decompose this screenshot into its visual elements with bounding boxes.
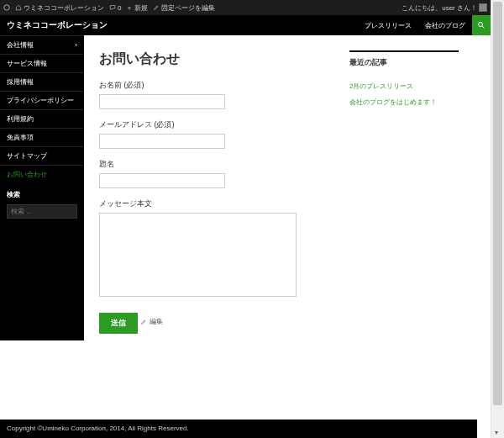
- recent-post-item: 会社のブログをはじめます！: [349, 94, 459, 110]
- sidebar-menu: 会社情報 サービス情報 採用情報 プライバシーポリシー 利用規約 免責事項 サイ…: [0, 35, 84, 183]
- top-nav: プレスリリース 会社のブログ: [358, 15, 491, 35]
- sidebar-search-title: 検索: [0, 183, 84, 203]
- adminbar-comments[interactable]: 0: [109, 4, 121, 12]
- wp-logo[interactable]: [3, 4, 10, 11]
- subject-input[interactable]: [99, 173, 225, 188]
- adminbar-edit-page[interactable]: 固定ページを編集: [153, 3, 215, 13]
- recent-post-link[interactable]: 会社のブログをはじめます！: [349, 98, 437, 106]
- aside-recent: 最近の記事 2月のプレスリリース 会社のブログをはじめます！: [349, 50, 459, 334]
- adminbar-site-name: ウミネココーポレーション: [24, 3, 104, 13]
- message-textarea[interactable]: [99, 213, 297, 297]
- sidebar-search-input[interactable]: [7, 204, 77, 219]
- wp-admin-bar: ウミネココーポレーション 0 ＋ 新規 固定ページを編集 こんにちは、user …: [0, 0, 491, 15]
- recent-posts-list: 2月のプレスリリース 会社のブログをはじめます！: [349, 78, 459, 110]
- submit-button[interactable]: 送信: [99, 313, 138, 334]
- recent-post-item: 2月のプレスリリース: [349, 78, 459, 94]
- vertical-scrollbar[interactable]: ▾: [491, 0, 504, 438]
- header-search-button[interactable]: [472, 15, 491, 35]
- page-title: お問い合わせ: [99, 50, 334, 68]
- main-content: お問い合わせ お名前 (必須) メールアドレス (必須) 題名 メッセ: [99, 50, 334, 334]
- message-label: メッセージ本文: [99, 198, 334, 209]
- pencil-icon: [140, 319, 147, 325]
- sidebar-item-company-info[interactable]: 会社情報: [0, 35, 84, 54]
- sidebar-item-contact[interactable]: お問い合わせ: [0, 165, 84, 183]
- recent-posts-title: 最近の記事: [349, 50, 459, 71]
- nav-press-release[interactable]: プレスリリース: [358, 21, 418, 30]
- subject-label: 題名: [99, 159, 334, 170]
- adminbar-user-greeting[interactable]: こんにちは、user さん！: [402, 3, 487, 13]
- scrollbar-thumb[interactable]: [493, 2, 502, 405]
- scroll-down-icon: ▾: [495, 429, 498, 436]
- email-label: メールアドレス (必須): [99, 119, 334, 130]
- footer-copyright: Copyright ©Umineko Corporation, 2014, Al…: [7, 425, 189, 432]
- svg-line-2: [482, 26, 485, 29]
- adminbar-site-home[interactable]: ウミネココーポレーション: [15, 3, 104, 13]
- sidebar-item-service-info[interactable]: サービス情報: [0, 54, 84, 72]
- site-footer: Copyright ©Umineko Corporation, 2014, Al…: [0, 420, 477, 438]
- svg-point-1: [479, 23, 483, 27]
- recent-post-link[interactable]: 2月のプレスリリース: [349, 82, 413, 90]
- site-header: ウミネココーポレーション プレスリリース 会社のブログ: [0, 15, 491, 35]
- adminbar-new[interactable]: ＋ 新規: [126, 3, 148, 13]
- sidebar-item-recruit[interactable]: 採用情報: [0, 72, 84, 91]
- site-title[interactable]: ウミネココーポレーション: [7, 19, 108, 31]
- plus-icon: ＋: [126, 3, 133, 13]
- edit-page-link[interactable]: 編集: [140, 317, 163, 326]
- sidebar-item-terms[interactable]: 利用規約: [0, 109, 84, 128]
- search-icon: [477, 21, 486, 29]
- email-input[interactable]: [99, 134, 225, 149]
- nav-company-blog[interactable]: 会社のブログ: [418, 21, 472, 30]
- sidebar-item-privacy[interactable]: プライバシーポリシー: [0, 91, 84, 109]
- sidebar-item-sitemap[interactable]: サイトマップ: [0, 146, 84, 165]
- avatar: [479, 3, 487, 12]
- sidebar: 会社情報 サービス情報 採用情報 プライバシーポリシー 利用規約 免責事項 サイ…: [0, 35, 84, 340]
- sidebar-item-disclaimer[interactable]: 免責事項: [0, 128, 84, 146]
- name-input[interactable]: [99, 94, 225, 109]
- name-label: お名前 (必須): [99, 80, 334, 91]
- svg-point-0: [4, 5, 9, 10]
